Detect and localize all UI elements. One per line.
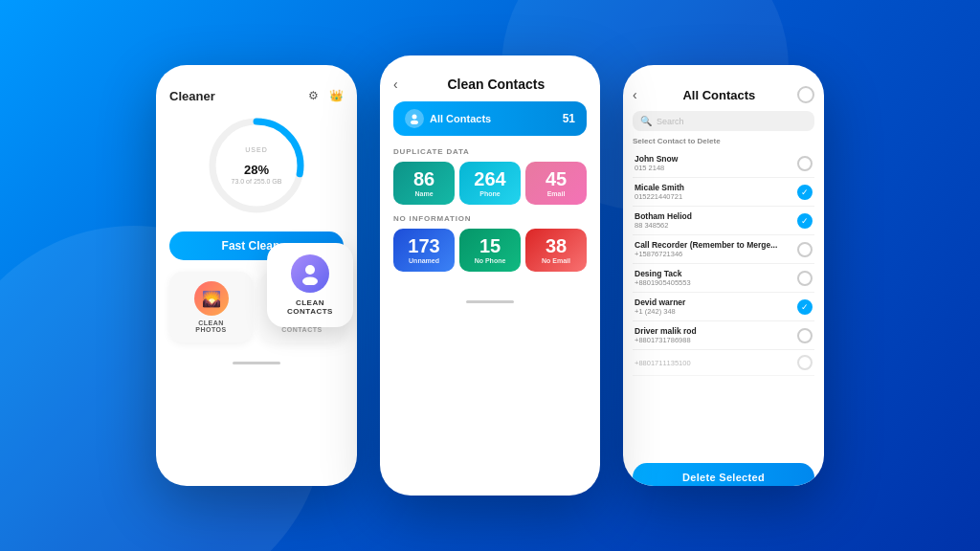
- contact-phone: +8801711135100: [635, 359, 691, 367]
- contact-phone: +8801731786988: [635, 336, 697, 344]
- phone2-title: Clean Contacts: [406, 77, 587, 92]
- bottom-bar2: [466, 300, 514, 303]
- contact-phone: 015 2148: [635, 164, 678, 172]
- crown-icon[interactable]: 👑: [328, 88, 344, 103]
- circle-used-label: USED: [232, 146, 282, 153]
- stat-no-email-number: 38: [546, 236, 567, 255]
- notch3: [685, 65, 762, 80]
- duplicate-section-title: DUPLICATE DATA: [393, 147, 587, 156]
- stat-email-number: 45: [546, 169, 567, 188]
- gear-icon[interactable]: ⚙: [305, 88, 321, 103]
- stat-no-phone-number: 15: [479, 236, 501, 255]
- contacts-person-icon: [405, 109, 424, 128]
- phone3-header: ‹ All Contacts: [633, 86, 814, 103]
- contact-info: Botham Heliod 88 348562: [635, 211, 692, 230]
- storage-circle: USED 28% 73.0 of 255.0 GB: [169, 113, 344, 218]
- clean-photos-label: CLEANPHOTOS: [195, 320, 226, 333]
- contact-phone: +1 (242) 348: [635, 307, 685, 316]
- svg-point-4: [305, 265, 315, 275]
- contact-item[interactable]: John Snow 015 2148: [633, 149, 814, 178]
- phone1-header: Cleaner ⚙ 👑: [169, 88, 344, 103]
- stat-name-label: Name: [414, 190, 433, 197]
- all-contacts-left: All Contacts: [405, 109, 491, 128]
- contact-checkbox[interactable]: ✓: [797, 299, 813, 315]
- phone-all-contacts: ‹ All Contacts 🔍 Search Select Contact t…: [623, 65, 824, 486]
- contact-name: Desing Tack: [635, 269, 691, 278]
- contact-checkbox[interactable]: [797, 328, 813, 343]
- circle-storage: 73.0 of 255.0 GB: [232, 178, 282, 185]
- contact-checkbox[interactable]: [797, 271, 813, 286]
- stat-unnamed[interactable]: 173 Unnamed: [393, 229, 455, 272]
- contacts-overlay-icon: [291, 254, 329, 293]
- stat-phone[interactable]: 264 Phone: [459, 162, 521, 205]
- contact-info: Driver malik rod +8801731786988: [635, 326, 697, 344]
- contact-info: John Snow 015 2148: [635, 154, 678, 172]
- stat-name[interactable]: 86 Name: [393, 162, 455, 205]
- back-button-3[interactable]: ‹: [633, 87, 637, 102]
- contact-checkbox[interactable]: [797, 355, 813, 370]
- back-button[interactable]: ‹: [393, 77, 398, 92]
- delete-selected-button[interactable]: Delete Selected: [633, 463, 814, 486]
- stat-unnamed-label: Unnamed: [409, 257, 439, 264]
- duplicate-stats-grid: 86 Name 264 Phone 45 Email: [393, 162, 587, 205]
- contact-phone: 015221440721: [635, 192, 684, 201]
- svg-point-5: [302, 277, 318, 286]
- select-all-checkbox[interactable]: [797, 86, 814, 103]
- search-bar[interactable]: 🔍 Search: [633, 111, 814, 131]
- phone-clean-contacts: ‹ Clean Contacts All Contacts 51 DUPLICA…: [380, 55, 600, 496]
- contact-item[interactable]: Call Recorder (Remember to Merge... +158…: [633, 235, 814, 264]
- contact-name: Micale Smith: [635, 183, 684, 192]
- contact-name: Devid warner: [635, 298, 685, 307]
- contact-name: Call Recorder (Remember to Merge...: [635, 240, 777, 250]
- contact-info: Micale Smith 015221440721: [635, 183, 684, 201]
- svg-point-7: [411, 121, 418, 124]
- stat-no-email[interactable]: 38 No Email: [525, 229, 587, 272]
- phone2-header: ‹ Clean Contacts: [393, 77, 587, 92]
- contact-checkbox[interactable]: ✓: [797, 213, 813, 229]
- contact-item[interactable]: Desing Tack +8801905405553: [633, 264, 814, 293]
- contact-item[interactable]: Driver malik rod +8801731786988: [633, 321, 814, 350]
- stat-phone-number: 264: [474, 169, 505, 188]
- contact-item[interactable]: +8801711135100: [633, 350, 814, 376]
- contact-info: Devid warner +1 (242) 348: [635, 298, 685, 316]
- contact-item[interactable]: Botham Heliod 88 348562 ✓: [633, 207, 814, 235]
- contacts-overlay-label: CLEANCONTACTS: [287, 298, 333, 316]
- contact-checkbox[interactable]: [797, 156, 813, 171]
- all-contacts-button[interactable]: All Contacts 51: [393, 101, 587, 136]
- stat-no-phone[interactable]: 15 No Phone: [459, 229, 521, 272]
- contact-phone: +15876721346: [635, 250, 777, 258]
- notch: [218, 65, 295, 80]
- stat-phone-label: Phone: [479, 190, 500, 197]
- contact-checkbox[interactable]: ✓: [797, 185, 813, 200]
- stat-no-phone-label: No Phone: [475, 257, 506, 264]
- all-contacts-count: 51: [563, 112, 575, 125]
- stat-email[interactable]: 45 Email: [525, 162, 587, 205]
- no-info-stats-grid: 173 Unnamed 15 No Phone 38 No Email: [393, 229, 587, 272]
- all-contacts-label: All Contacts: [430, 113, 491, 124]
- contact-phone: +8801905405553: [635, 278, 691, 287]
- select-contact-label: Select Contact to Delete: [633, 137, 814, 145]
- stat-no-email-label: No Email: [542, 257, 570, 264]
- contact-info: Desing Tack +8801905405553: [635, 269, 691, 287]
- clean-contacts-overlay-card[interactable]: CLEANCONTACTS: [267, 243, 353, 327]
- clean-photos-card[interactable]: 🌄 CLEANPHOTOS: [169, 272, 253, 342]
- contact-name: John Snow: [635, 154, 678, 164]
- contact-name: Driver malik rod: [635, 326, 697, 336]
- contact-info: +8801711135100: [635, 359, 691, 367]
- stat-unnamed-number: 173: [408, 236, 439, 255]
- contact-checkbox[interactable]: [797, 242, 813, 257]
- search-placeholder: Search: [657, 117, 684, 126]
- contact-list: John Snow 015 2148 Micale Smith 01522144…: [633, 149, 814, 455]
- contact-name: Botham Heliod: [635, 211, 692, 221]
- circle-center: USED 28% 73.0 of 255.0 GB: [232, 146, 282, 185]
- photos-icon: 🌄: [194, 281, 229, 316]
- phone1-icons: ⚙ 👑: [305, 88, 344, 103]
- notch2: [452, 55, 528, 71]
- no-info-section-title: NO INFORMATION: [393, 214, 587, 223]
- circle-percentage: 28%: [232, 153, 282, 178]
- phone3-title: All Contacts: [641, 88, 797, 102]
- contact-item[interactable]: Devid warner +1 (242) 348 ✓: [633, 293, 814, 321]
- contact-item[interactable]: Micale Smith 015221440721 ✓: [633, 178, 814, 207]
- stat-email-label: Email: [547, 190, 566, 197]
- phone1-title: Cleaner: [169, 89, 215, 103]
